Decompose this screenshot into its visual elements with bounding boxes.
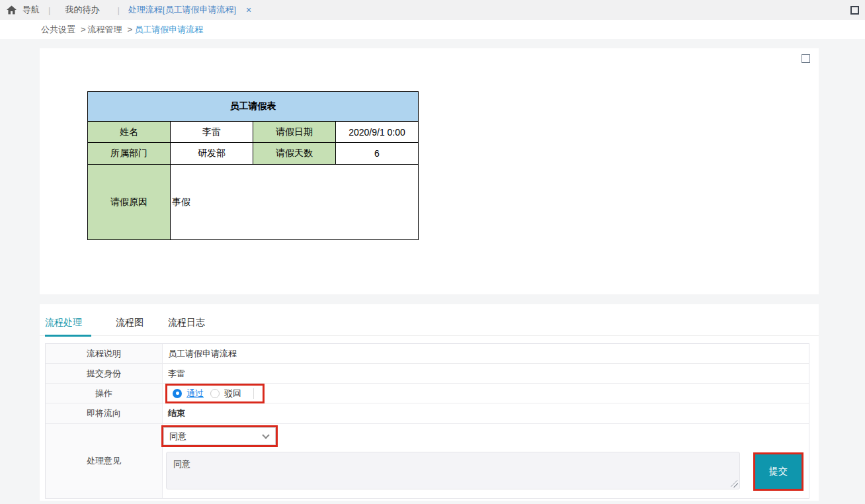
- action-label: 操作: [46, 384, 163, 403]
- process-form-row: 流程说明 员工请假申请流程: [46, 344, 809, 364]
- home-icon[interactable]: [7, 5, 17, 15]
- nav-menu-item[interactable]: 导航: [22, 4, 40, 16]
- maximize-icon[interactable]: [850, 6, 859, 15]
- radio-reject[interactable]: [210, 389, 220, 398]
- tab-flow-chart[interactable]: 流程图: [116, 317, 144, 335]
- leave-form-title: 员工请假表: [88, 92, 419, 122]
- chevron-down-icon: [262, 431, 269, 439]
- submit-identity-label: 提交身份: [46, 364, 163, 383]
- active-document-tab[interactable]: 处理流程[员工请假申请流程]: [128, 4, 236, 16]
- field-label-leave-days: 请假天数: [253, 143, 336, 165]
- process-form-row: 操作 通过 驳回: [46, 384, 809, 403]
- radio-pass-label[interactable]: 通过: [186, 388, 204, 399]
- field-value-department: 研发部: [171, 143, 253, 165]
- topbar-separator: |: [117, 5, 119, 15]
- breadcrumb-item-flow-management[interactable]: 流程管理: [88, 24, 122, 36]
- field-value-leave-days: 6: [336, 143, 419, 165]
- tab-process-handle[interactable]: 流程处理: [45, 317, 91, 337]
- resize-handle-icon[interactable]: [731, 480, 738, 487]
- process-desc-label: 流程说明: [46, 344, 163, 363]
- field-value-name: 李雷: [171, 122, 253, 143]
- submit-button[interactable]: 提交: [755, 454, 802, 489]
- radio-dot-icon: [176, 392, 179, 395]
- tab-bar: 流程处理 流程图 流程日志: [40, 304, 819, 336]
- topbar-separator: |: [48, 5, 50, 15]
- close-icon[interactable]: ×: [246, 5, 251, 15]
- next-flow-value: 结束: [163, 403, 809, 423]
- radio-reject-label[interactable]: 驳回: [224, 388, 241, 399]
- field-label-name: 姓名: [88, 122, 171, 143]
- topbar: 导航 | 我的待办 | 处理流程[员工请假申请流程] ×: [0, 0, 865, 20]
- opinion-textarea[interactable]: 同意: [166, 452, 740, 489]
- radio-group-divider: [253, 388, 254, 399]
- process-desc-value: 员工请假申请流程: [163, 344, 809, 363]
- submit-identity-value: 李雷: [163, 364, 809, 383]
- breadcrumb-separator: >: [128, 24, 133, 34]
- field-value-leave-reason: 事假: [171, 165, 419, 240]
- field-label-leave-reason: 请假原因: [88, 165, 171, 240]
- field-label-department: 所属部门: [88, 143, 171, 165]
- leave-form-table: 员工请假表 姓名 李雷 请假日期 2020/9/1 0:00 所属部门 研发部 …: [87, 91, 419, 240]
- breadcrumb-separator: >: [81, 24, 86, 34]
- field-label-leave-date: 请假日期: [253, 122, 336, 143]
- corner-checkbox[interactable]: [802, 54, 810, 63]
- process-form: 流程说明 员工请假申请流程 提交身份 李雷 操作 通过 驳回 即将流向 结束: [45, 343, 809, 499]
- next-flow-label: 即将流向: [46, 403, 163, 423]
- process-panel: 流程处理 流程图 流程日志 流程说明 员工请假申请流程 提交身份 李雷 操作 通…: [40, 304, 819, 501]
- radio-pass[interactable]: [173, 389, 182, 398]
- opinion-label: 处理意见: [46, 424, 163, 498]
- process-form-row: 处理意见 同意 同意 提交: [46, 424, 809, 498]
- tab-process-log[interactable]: 流程日志: [168, 317, 205, 335]
- breadcrumb-item-settings[interactable]: 公共设置: [41, 24, 75, 36]
- opinion-select[interactable]: 同意: [163, 427, 276, 445]
- action-radio-group-highlight: 通过 驳回: [165, 384, 265, 403]
- form-preview-panel: 员工请假表 姓名 李雷 请假日期 2020/9/1 0:00 所属部门 研发部 …: [40, 48, 819, 294]
- submit-button-highlight: 提交: [753, 452, 803, 491]
- todo-menu-item[interactable]: 我的待办: [65, 4, 99, 16]
- opinion-select-value: 同意: [169, 431, 186, 442]
- opinion-select-highlight: 同意: [161, 425, 278, 447]
- field-value-leave-date: 2020/9/1 0:00: [336, 122, 419, 143]
- process-form-row: 提交身份 李雷: [46, 364, 809, 384]
- process-form-row: 即将流向 结束: [46, 403, 809, 424]
- breadcrumb: 公共设置 > 流程管理 > 员工请假申请流程: [0, 20, 865, 39]
- opinion-textarea-value: 同意: [173, 459, 190, 469]
- breadcrumb-item-current[interactable]: 员工请假申请流程: [134, 24, 203, 36]
